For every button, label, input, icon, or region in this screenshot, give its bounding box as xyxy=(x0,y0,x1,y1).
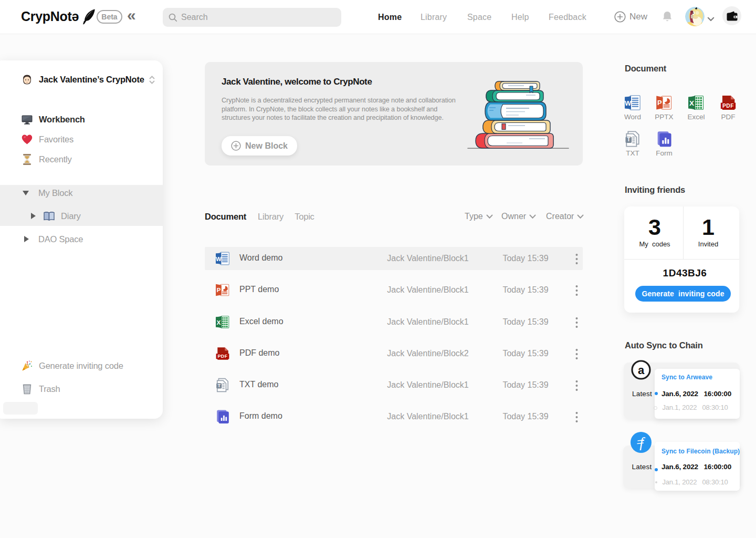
svg-text:P: P xyxy=(217,287,221,293)
svg-text:PDF: PDF xyxy=(217,354,227,359)
svg-text:P: P xyxy=(657,99,662,107)
svg-text:T: T xyxy=(627,137,631,142)
svg-text:X: X xyxy=(689,99,694,107)
svg-text:PDF: PDF xyxy=(722,103,734,109)
svg-text:W: W xyxy=(625,99,632,107)
svg-text:X: X xyxy=(217,319,221,326)
svg-text:W: W xyxy=(216,256,222,262)
svg-text:a: a xyxy=(637,363,644,376)
svg-text:T: T xyxy=(218,383,221,388)
